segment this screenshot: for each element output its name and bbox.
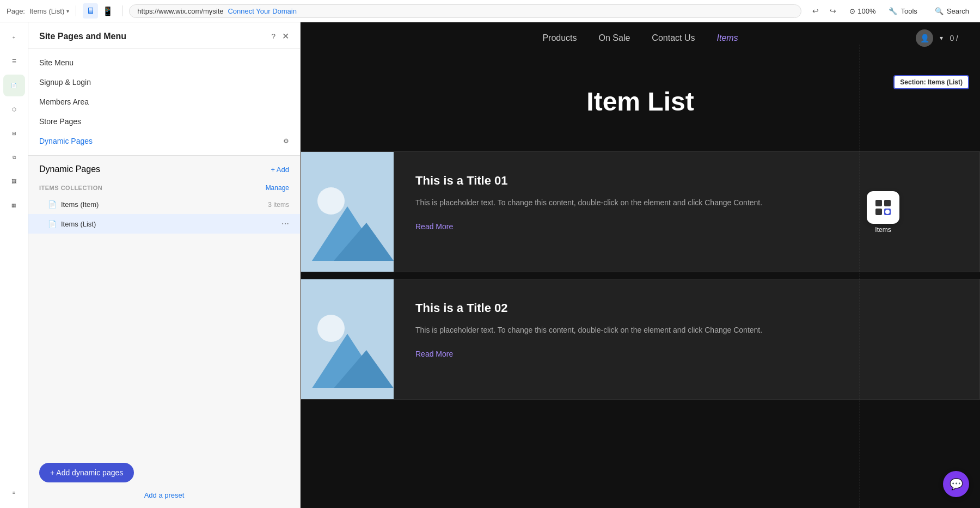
svg-point-1 [317,187,345,215]
sections-icon: ▦ [11,203,16,208]
panel-nav: Site Menu Signup & Login Members Area St… [28,48,300,156]
layers-button[interactable]: ≡ [3,482,25,504]
manage-link[interactable]: Manage [266,184,289,192]
search-button[interactable]: 🔍 Search [930,5,973,17]
svg-point-5 [317,315,345,342]
search-icon: 🔍 [935,7,944,15]
divider [76,5,76,16]
menus-button[interactable]: ☰ [3,51,25,72]
svg-rect-8 [875,200,882,206]
chat-button[interactable]: 💬 [943,471,969,497]
card-title-1: This is a Title 01 [415,174,958,188]
media-button[interactable]: 🖼 [3,170,25,192]
section-badge: Section: Items (List) [893,75,969,89]
card-content-2: This is a Title 02 This is placeholder t… [394,279,979,399]
url-text: https://www.wix.com/mysite [137,7,223,15]
page-icon: 📄 [48,200,57,209]
user-avatar[interactable]: 👤 [916,29,933,47]
zoom-control[interactable]: ⊙ 100% [849,7,875,15]
nav-items[interactable]: Items [716,33,738,43]
card-image-2 [301,279,394,399]
panel-footer: + Add dynamic pages Add a preset [28,454,300,508]
sidebar-item-store-pages[interactable]: Store Pages [28,112,300,131]
nav-products[interactable]: Products [542,33,577,43]
mobile-icon[interactable]: 📱 [100,3,115,19]
pages-button[interactable]: 📄 [3,75,25,96]
card-text-2: This is placeholder text. To change this… [415,324,958,336]
items-float-label: Items [875,226,891,234]
website-preview: Products On Sale Contact Us Items 👤 ▾ 0 … [301,22,980,508]
site-hero: Item List [301,54,980,149]
collection-label: ITEMS COLLECTION [39,185,102,191]
site-nav: Products On Sale Contact Us Items 👤 ▾ 0 … [301,22,980,54]
svg-point-12 [885,210,890,214]
svg-rect-9 [884,200,891,206]
add-preset-link[interactable]: Add a preset [28,491,300,508]
sidebar-item-members-area[interactable]: Members Area [28,92,300,112]
help-icon[interactable]: ? [271,32,275,41]
collection-header: ITEMS COLLECTION Manage [28,181,300,195]
undo-button[interactable]: ↩ [808,3,823,19]
apps-button[interactable]: ⧉ [3,146,25,168]
site-nav-right: 👤 ▾ 0 / [916,29,958,47]
nav-contact-us[interactable]: Contact Us [652,33,695,43]
left-sidebar: + ☰ 📄 ⬡ ⊞ ⧉ 🖼 ▦ ≡ [0,22,28,508]
dynamic-pages-section: Dynamic Pages + Add ITEMS COLLECTION Man… [28,156,300,454]
page-name-selector[interactable]: Items (List) ▾ [29,7,69,15]
sidebar-item-signup-login[interactable]: Signup & Login [28,72,300,92]
card-divider [301,274,980,277]
url-bar: https://www.wix.com/mysite Connect Your … [129,4,801,18]
dynamic-pages-header: Dynamic Pages + Add [28,156,300,179]
device-switcher: 🖥 📱 [83,3,115,19]
sections-button[interactable]: ▦ [3,194,25,216]
read-more-link-2[interactable]: Read More [415,350,453,358]
desktop-icon[interactable]: 🖥 [83,3,98,19]
items-float-button[interactable] [867,191,899,224]
panel-header-actions: ? ✕ [271,31,289,41]
connect-domain-link[interactable]: Connect Your Domain [228,7,296,15]
image-icon: 🖼 [11,179,16,184]
canvas-area: Products On Sale Contact Us Items 👤 ▾ 0 … [301,22,980,508]
top-bar: Page: Items (List) ▾ 🖥 📱 https://www.wix… [0,0,980,22]
divider2 [122,5,122,16]
blocks-button[interactable]: ⊞ [3,123,25,144]
settings-icon[interactable]: ⚙ [283,137,289,145]
blocks-icon: ⊞ [12,131,16,136]
add-dynamic-page-inline[interactable]: + Add [271,166,289,174]
wrench-icon: 🔧 [889,7,897,15]
card-title-2: This is a Title 02 [415,301,958,315]
nav-on-sale[interactable]: On Sale [599,33,630,43]
page-label: Page: [7,7,25,15]
items-float-widget: Items [867,191,899,234]
add-dynamic-pages-button[interactable]: + Add dynamic pages [39,463,134,482]
site-pages-panel: Site Pages and Menu ? ✕ Site Menu Signup… [28,22,301,508]
tools-button[interactable]: 🔧 Tools [884,5,921,17]
redo-button[interactable]: ↪ [825,3,841,19]
page-item-items-list[interactable]: 📄 Items (List) ⋯ [28,214,300,234]
more-options-icon[interactable]: ⋯ [281,219,289,228]
dynamic-pages-title: Dynamic Pages [39,164,100,174]
item-cards-list: This is a Title 01 This is placeholder t… [301,151,980,413]
svg-rect-10 [875,209,882,215]
sidebar-item-dynamic-pages[interactable]: Dynamic Pages ⚙ [28,131,300,151]
zoom-icon: ⊙ [849,7,855,15]
plus-icon: + [13,35,15,40]
add-element-button[interactable]: + [3,27,25,48]
design-icon: ⬡ [12,107,16,112]
menu-icon: ☰ [12,59,16,64]
sidebar-item-site-menu[interactable]: Site Menu [28,53,300,72]
cart-icon[interactable]: 0 / [950,34,958,42]
read-more-link-1[interactable]: Read More [415,222,453,231]
page-item-left: 📄 Items (Item) [48,200,99,209]
item-card-2: This is a Title 02 This is placeholder t… [301,279,980,400]
page-icon: 📄 [48,220,57,228]
top-bar-right: ↩ ↪ ⊙ 100% 🔧 Tools 🔍 Search [808,3,973,19]
undo-redo: ↩ ↪ [808,3,841,19]
card-image-1 [301,152,394,272]
main-layout: + ☰ 📄 ⬡ ⊞ ⧉ 🖼 ▦ ≡ Site Pages and Menu [0,22,980,508]
apps-icon: ⧉ [13,155,16,161]
close-icon[interactable]: ✕ [282,31,289,41]
design-button[interactable]: ⬡ [3,99,25,120]
pages-icon: 📄 [11,83,17,88]
page-item-items-item[interactable]: 📄 Items (Item) 3 items [28,195,300,214]
